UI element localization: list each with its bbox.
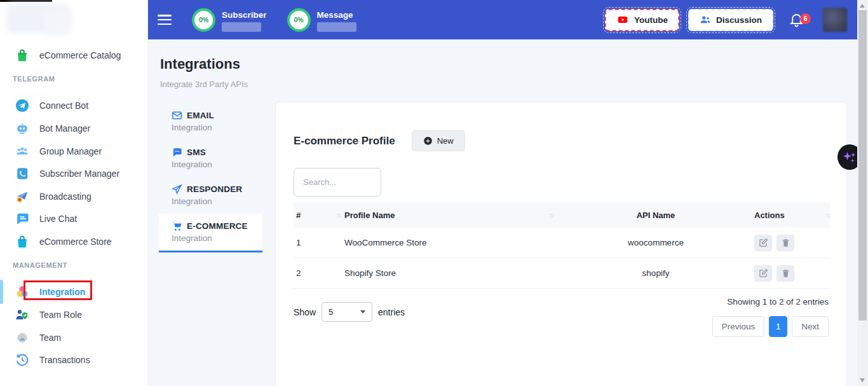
scroll-up-arrow-icon[interactable] — [860, 4, 865, 8]
tab-sublabel: Integration — [172, 233, 262, 243]
sidebar-item-team[interactable]: Team — [0, 327, 148, 348]
search-input[interactable] — [294, 168, 381, 196]
tab-email-integration[interactable]: EMAIL Integration — [159, 103, 262, 140]
message-progress-circle: 0% — [287, 8, 311, 32]
menu-toggle-icon[interactable] — [158, 15, 172, 25]
message-stat-label: Message — [317, 10, 356, 20]
sidebar-item-ecommerce-store[interactable]: eCommerce Store — [0, 231, 148, 252]
tab-label: RESPONDER — [187, 184, 242, 194]
sidebar-item-bot-manager[interactable]: Bot Manager — [0, 118, 148, 139]
show-label: Show — [294, 307, 316, 317]
youtube-button-label: Youtube — [634, 15, 668, 25]
tab-sublabel: Integration — [172, 160, 262, 169]
sidebar-item-ecommerce-catalog[interactable]: eCommerce Catalog — [0, 45, 148, 66]
subscriber-progress-circle: 0% — [192, 8, 215, 32]
edit-button[interactable] — [754, 235, 772, 251]
sidebar-item-label: Group Manager — [39, 146, 102, 156]
table-header-row: # ↑↓ Profile Name ↑↓ API Name Actions ↑↓ — [294, 202, 830, 228]
notifications-button[interactable]: 6 — [789, 11, 805, 28]
sort-icon[interactable]: ↑↓ — [825, 211, 830, 219]
tab-responder-integration[interactable]: RESPONDER Integration — [159, 177, 262, 214]
main-content: Integrations Integrate 3rd Party APIs EM… — [148, 39, 857, 386]
col-header-number[interactable]: # — [296, 210, 301, 220]
previous-page-button[interactable]: Previous — [712, 316, 765, 337]
card-title: E-commerce Profile — [294, 135, 395, 148]
redacted-value — [317, 22, 356, 32]
gear-person-icon — [15, 331, 29, 345]
page-1-button[interactable]: 1 — [769, 316, 787, 337]
sidebar-item-connect-bot[interactable]: Connect Bot — [0, 95, 148, 116]
clock-history-icon — [15, 353, 29, 367]
sidebar-item-label: Transactions — [39, 355, 90, 365]
sort-icon[interactable]: ↑↓ — [336, 211, 341, 219]
new-button-label: New — [437, 136, 454, 146]
scroll-down-arrow-icon[interactable] — [860, 378, 865, 382]
tab-sublabel: Integration — [172, 123, 262, 132]
tab-sms-integration[interactable]: SMS Integration — [159, 140, 262, 177]
sidebar-item-label: Broadcasting — [39, 191, 92, 202]
table-row: 2 Shopify Store shopify — [294, 258, 830, 289]
ecommerce-profile-card: E-commerce Profile New # ↑↓ Profile — [275, 102, 847, 386]
sidebar-item-transactions[interactable]: Transactions — [0, 349, 148, 371]
page-scrollbar[interactable] — [857, 0, 868, 386]
redacted-value — [222, 22, 261, 32]
profiles-table: # ↑↓ Profile Name ↑↓ API Name Actions ↑↓… — [294, 202, 830, 289]
sidebar-item-integration[interactable]: Integration — [0, 281, 148, 303]
sidebar-item-group-manager[interactable]: Group Manager — [0, 141, 148, 162]
shopping-bag-cyan-icon — [15, 235, 29, 249]
notification-count-badge: 6 — [800, 13, 811, 24]
col-header-api-name[interactable]: API Name — [557, 210, 754, 220]
sidebar-item-label: eCommerce Store — [39, 237, 112, 247]
sidebar-item-live-chat[interactable]: Live Chat — [0, 208, 148, 230]
col-header-actions[interactable]: Actions — [754, 210, 785, 220]
discussion-button[interactable]: Discussion — [688, 9, 773, 31]
delete-button[interactable] — [776, 265, 794, 282]
message-stat: 0% Message — [287, 8, 356, 32]
app-window: eCommerce Catalog TELEGRAM Connect Bot B… — [0, 0, 868, 386]
sidebar-item-team-role[interactable]: Team Role — [0, 304, 148, 326]
sidebar-item-label: Team Role — [39, 310, 82, 320]
edit-button[interactable] — [754, 265, 772, 282]
cart-icon — [172, 221, 182, 231]
sidebar-item-broadcasting[interactable]: Broadcasting — [0, 186, 148, 207]
sidebar-item-label: Team — [39, 333, 61, 343]
tab-ecommerce-integration[interactable]: E-COMMERCE Integration — [159, 214, 262, 252]
sidebar-section-management: MANAGEMENT — [13, 261, 67, 269]
trash-icon — [781, 268, 790, 278]
sidebar: eCommerce Catalog TELEGRAM Connect Bot B… — [0, 0, 148, 386]
broadcast-plane-icon — [15, 190, 29, 203]
row-number: 1 — [296, 238, 301, 247]
sidebar-item-subscriber-manager[interactable]: Subscriber Manager — [0, 163, 148, 184]
sort-icon[interactable]: ↑↓ — [549, 211, 553, 219]
sparkles-icon — [842, 149, 857, 165]
trash-icon — [781, 238, 790, 247]
youtube-button[interactable]: Youtube — [605, 9, 679, 31]
active-indicator-bar — [0, 280, 3, 304]
showing-entries-text: Showing 1 to 2 of 2 entries — [727, 297, 829, 307]
logo-placeholder-2 — [44, 9, 71, 34]
telegram-plane-icon — [15, 99, 29, 113]
profile-name-cell: WooCommerce Store — [344, 238, 427, 247]
row-number: 2 — [296, 268, 301, 278]
page-subtitle: Integrate 3rd Party APIs — [160, 79, 248, 89]
page-size-select[interactable]: 5 — [322, 302, 372, 322]
profile-name-cell: Shopify Store — [344, 268, 396, 278]
top-edge-line — [0, 0, 52, 2]
avatar[interactable] — [823, 8, 847, 32]
sidebar-item-label: Subscriber Manager — [39, 169, 119, 179]
next-page-button[interactable]: Next — [792, 316, 829, 337]
person-shield-icon — [15, 308, 29, 322]
people-group-icon — [15, 144, 29, 158]
youtube-icon — [616, 15, 629, 25]
col-header-profile-name[interactable]: Profile Name — [344, 210, 395, 220]
new-profile-button[interactable]: New — [412, 130, 465, 151]
edit-pencil-icon — [759, 238, 768, 247]
email-icon — [172, 110, 182, 121]
sidebar-item-label: Bot Manager — [39, 123, 90, 134]
sidebar-item-label: Integration — [39, 287, 85, 297]
delete-button[interactable] — [776, 235, 794, 251]
integration-circles-icon — [15, 285, 29, 299]
edit-pencil-icon — [759, 268, 768, 278]
phonebook-icon — [15, 167, 29, 181]
scrollbar-thumb[interactable] — [858, 10, 867, 321]
